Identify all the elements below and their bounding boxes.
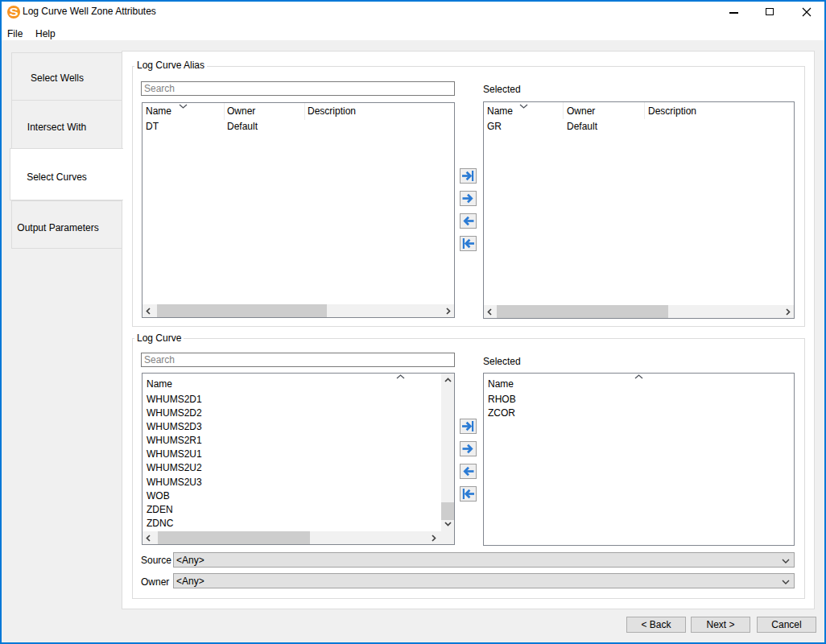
svg-text:S: S [9, 6, 18, 18]
